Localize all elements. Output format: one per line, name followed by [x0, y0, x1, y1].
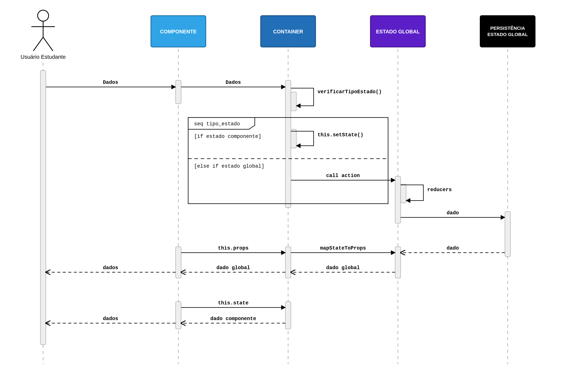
msg-dado-componente: dado componente: [210, 316, 256, 322]
lifeline-container-label: CONTAINER: [273, 29, 303, 34]
svg-point-0: [38, 10, 49, 21]
lifeline-estado-global-label: ESTADO GLOBAL: [376, 29, 420, 34]
msg-dados-1: Dados: [103, 80, 118, 85]
svg-rect-24: [395, 247, 401, 278]
msg-dado-global-2: dado global: [326, 265, 360, 271]
sequence-diagram: Usuário Estudante COMPONENTE CONTAINER E…: [0, 0, 588, 376]
lifeline-persistencia-label-1: PERSISTÊNCIA: [490, 26, 525, 31]
svg-line-4: [43, 37, 53, 51]
svg-rect-8: [480, 16, 535, 47]
msg-verificar-tipo-estado: verificarTipoEstado(): [318, 89, 382, 95]
fragment-guard-2: [else if estado global]: [194, 163, 265, 169]
actor-label: Usuário Estudante: [21, 54, 66, 60]
lifeline-componente-header: COMPONENTE: [151, 16, 206, 47]
svg-line-3: [33, 37, 43, 51]
svg-rect-14: [41, 71, 46, 345]
msg-set-state: this.setState(): [318, 132, 363, 138]
svg-rect-22: [176, 247, 181, 278]
svg-rect-23: [285, 247, 291, 278]
svg-rect-26: [285, 302, 291, 329]
svg-rect-21: [505, 211, 510, 257]
svg-rect-15: [176, 80, 181, 104]
svg-rect-17: [291, 92, 296, 111]
msg-this-props: this.props: [218, 245, 248, 251]
msg-map-state-to-props: mapStateToProps: [320, 245, 366, 251]
lifeline-persistencia-label-2: ESTADO GLOBAL: [488, 32, 528, 37]
activations: [41, 71, 511, 345]
msg-call-action: call action: [326, 173, 360, 179]
msg-this-state: this.state: [218, 300, 248, 306]
msg-dado-1: dado: [447, 210, 459, 216]
actor-usuario-estudante: Usuário Estudante: [21, 10, 66, 60]
msg-reducers: reducers: [427, 187, 452, 193]
svg-rect-20: [401, 184, 406, 203]
svg-rect-16: [285, 80, 291, 208]
msg-dado-return: dado: [447, 245, 459, 251]
messages: Dados Dados verificarTipoEstado() this.s…: [46, 80, 505, 323]
svg-rect-19: [395, 176, 401, 223]
msg-dados-2: Dados: [226, 80, 241, 85]
fragment-guard-1: [if estado componente]: [194, 134, 261, 139]
fragment-tag: seq tipo_estado: [194, 121, 240, 127]
lifeline-estado-global-header: ESTADO GLOBAL: [371, 16, 425, 47]
lifeline-persistencia-header: PERSISTÊNCIA ESTADO GLOBAL: [480, 16, 535, 47]
msg-dado-global-1: dado global: [216, 265, 250, 271]
lifeline-container-header: CONTAINER: [261, 16, 316, 47]
svg-rect-25: [176, 302, 181, 329]
svg-rect-18: [291, 129, 296, 148]
msg-dados-return-2: dados: [103, 316, 118, 322]
msg-dados-return-1: dados: [103, 265, 118, 271]
lifeline-componente-label: COMPONENTE: [160, 29, 197, 34]
